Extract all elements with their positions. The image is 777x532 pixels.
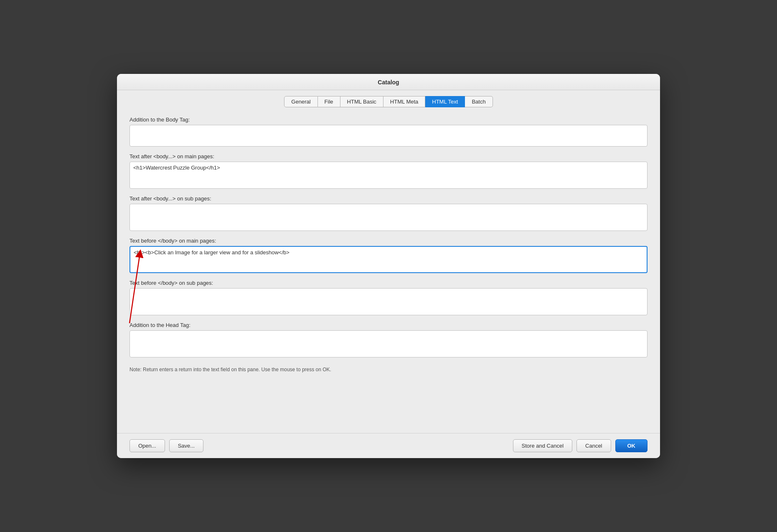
text-after-body-sub-group: Text after <body...> on sub pages: bbox=[130, 195, 648, 233]
tab-general[interactable]: General bbox=[284, 96, 317, 107]
text-before-body-main-group: Text before </body> on main pages: bbox=[130, 238, 648, 275]
footer: Open... Save... Store and Cancel Cancel … bbox=[117, 433, 660, 458]
head-tag-label: Addition to the Head Tag: bbox=[130, 322, 648, 328]
head-tag-group: Addition to the Head Tag: bbox=[130, 322, 648, 359]
tab-file[interactable]: File bbox=[318, 96, 340, 107]
body-tag-input[interactable] bbox=[130, 125, 648, 147]
body-tag-label: Addition to the Body Tag: bbox=[130, 117, 648, 123]
tab-html-basic[interactable]: HTML Basic bbox=[340, 96, 383, 107]
open-button[interactable]: Open... bbox=[130, 439, 165, 452]
content-area: Addition to the Body Tag: Text after <bo… bbox=[117, 112, 660, 433]
footer-right-buttons: Store and Cancel Cancel OK bbox=[513, 439, 648, 452]
tab-html-text[interactable]: HTML Text bbox=[425, 96, 465, 107]
head-tag-input[interactable] bbox=[130, 330, 648, 357]
text-after-body-main-input[interactable] bbox=[130, 162, 648, 189]
store-and-cancel-button[interactable]: Store and Cancel bbox=[513, 439, 572, 452]
tab-batch[interactable]: Batch bbox=[465, 96, 493, 107]
text-after-body-sub-input[interactable] bbox=[130, 204, 648, 231]
footer-left-buttons: Open... Save... bbox=[130, 439, 203, 452]
dialog-title: Catalog bbox=[125, 79, 652, 86]
text-before-body-sub-label: Text before </body> on sub pages: bbox=[130, 280, 648, 286]
text-before-body-sub-group: Text before </body> on sub pages: bbox=[130, 280, 648, 317]
text-before-body-sub-input[interactable] bbox=[130, 288, 648, 315]
tab-bar: General File HTML Basic HTML Meta HTML T… bbox=[117, 90, 660, 112]
title-bar: Catalog bbox=[117, 74, 660, 90]
text-before-body-main-label: Text before </body> on main pages: bbox=[130, 238, 648, 244]
tab-html-meta[interactable]: HTML Meta bbox=[383, 96, 425, 107]
text-before-body-main-input[interactable] bbox=[130, 246, 648, 273]
text-after-body-sub-label: Text after <body...> on sub pages: bbox=[130, 195, 648, 202]
text-after-body-main-group: Text after <body...> on main pages: bbox=[130, 153, 648, 190]
ok-button[interactable]: OK bbox=[615, 439, 648, 452]
note-text: Note: Return enters a return into the te… bbox=[130, 367, 648, 372]
cancel-button[interactable]: Cancel bbox=[576, 439, 611, 452]
catalog-dialog: Catalog General File HTML Basic HTML Met… bbox=[117, 74, 660, 458]
body-tag-group: Addition to the Body Tag: bbox=[130, 117, 648, 148]
text-after-body-main-label: Text after <body...> on main pages: bbox=[130, 153, 648, 160]
save-button[interactable]: Save... bbox=[169, 439, 203, 452]
